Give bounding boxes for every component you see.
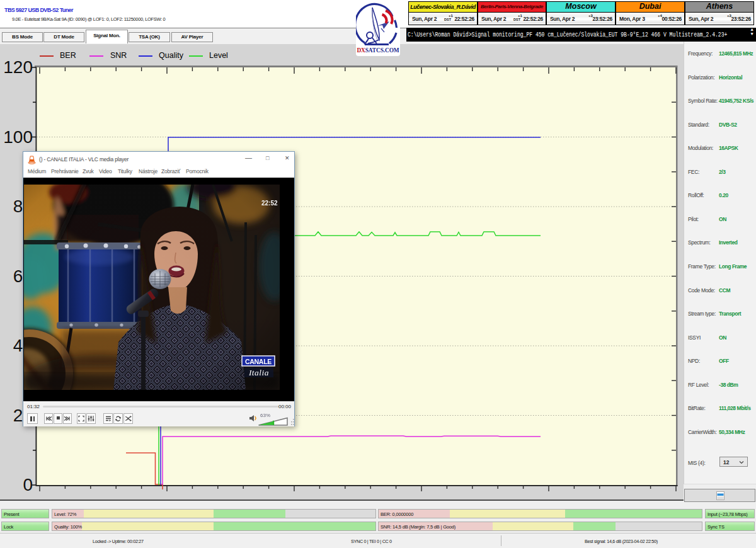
svg-text:CANALE: CANALE xyxy=(245,358,272,365)
svg-text:Italia: Italia xyxy=(248,368,269,377)
svg-text:100: 100 xyxy=(3,127,33,147)
svg-text:120: 120 xyxy=(3,57,33,77)
svg-text:DXSATCS.COM: DXSATCS.COM xyxy=(357,47,399,54)
svg-text:22:52: 22:52 xyxy=(261,200,278,207)
